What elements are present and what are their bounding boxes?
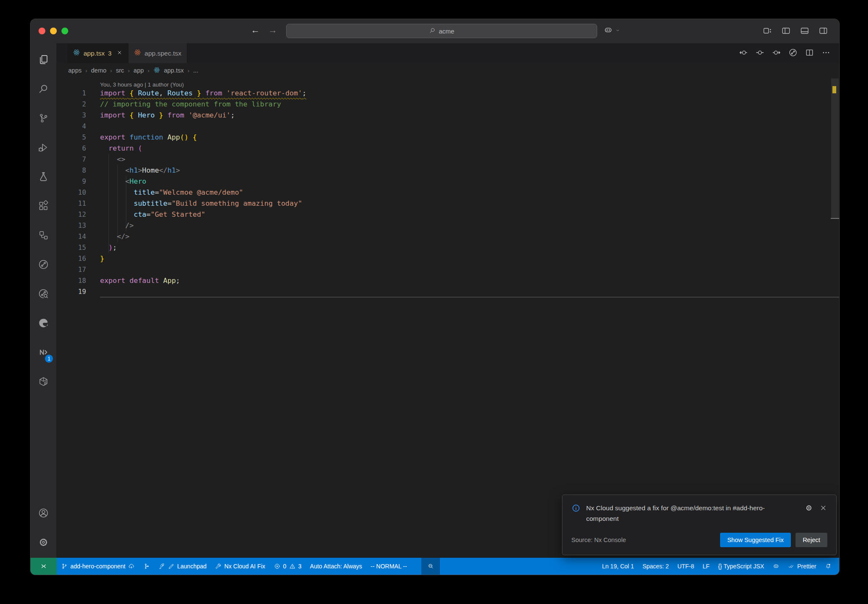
forward-arrow-icon[interactable]: → [268,25,277,35]
scrollbar[interactable] [831,78,839,558]
code-line[interactable]: 5export function App() { [56,132,839,143]
nav-forward-icon[interactable] [772,48,781,59]
nav-current-icon[interactable] [755,48,765,59]
status-item-zoom-indicator[interactable] [421,558,440,575]
toggle-secondary-sidebar-icon[interactable] [818,26,828,37]
close-window-button[interactable] [39,28,45,34]
code-line[interactable]: 19 [56,286,839,297]
tab-problem-count: 3 [108,50,111,57]
settings-icon [38,537,49,550]
activity-item-nx-graph[interactable] [31,251,56,280]
back-arrow-icon[interactable]: ← [251,25,260,35]
breadcrumb-file[interactable]: app.tsx [164,67,184,74]
code-line[interactable]: 12 cta="Get Started" [56,209,839,220]
status-text: 0 [283,563,287,570]
split-editor-icon[interactable] [805,48,814,59]
status-right-group: Ln 19, Col 1Spaces: 2UTF-8LF{} TypeScrip… [598,558,839,575]
code-line[interactable]: 10 title="Welcmoe @acme/demo" [56,187,839,198]
line-number: 18 [56,277,86,285]
breadcrumb-symbol[interactable]: ... [193,67,198,74]
code-line[interactable]: 16} [56,253,839,264]
nav-back-icon[interactable] [739,48,748,59]
toggle-panel-icon[interactable] [800,26,810,37]
line-number: 11 [56,200,86,207]
activity-item-settings[interactable] [31,528,56,558]
breadcrumb-item[interactable]: app [134,67,144,74]
activity-item-run-and-debug[interactable] [31,134,56,163]
activity-item-edge-browser[interactable] [31,309,56,338]
status-text: UTF-8 [677,563,694,570]
close-icon[interactable] [117,50,122,57]
rocket-icon [159,563,165,570]
tab-app-tsx[interactable]: app.tsx3 [67,43,128,63]
status-item-eol[interactable]: LF [698,558,714,575]
status-item-git-branch[interactable]: add-hero-component [57,558,139,575]
code-line[interactable]: 4 [56,121,839,132]
dblcheck-icon [788,563,795,570]
notification-close-icon[interactable] [819,504,827,514]
activity-item-source-control[interactable] [31,104,56,134]
accounts-icon [38,507,49,520]
references-icon [38,229,49,243]
code-line[interactable]: 3import { Hero } from '@acme/ui'; [56,110,839,121]
status-item-notifications-bell[interactable] [821,558,836,575]
status-item-auto-attach[interactable]: Auto Attach: Always [306,558,366,575]
run-target-icon[interactable] [788,48,798,59]
zoom-window-button[interactable] [61,28,68,34]
code-line[interactable]: 2// importing the component from the lib… [56,99,839,110]
code-line[interactable]: 18export default App; [56,275,839,286]
activity-item-container-tools[interactable] [31,368,56,397]
status-item-nx-cloud-ai-fix[interactable]: Nx Cloud AI Fix [211,558,269,575]
code-line[interactable]: 15 ); [56,242,839,253]
status-item-indentation[interactable]: Spaces: 2 [638,558,673,575]
activity-item-explorer[interactable] [31,46,56,75]
activity-item-extensions[interactable] [31,192,56,221]
nx-project-details-icon [38,288,49,301]
notification-settings-gear-icon[interactable] [805,504,813,514]
breadcrumb-item[interactable]: src [116,67,124,74]
copilot-menu[interactable] [604,25,621,36]
search-value: acme [439,28,454,35]
more-actions-icon[interactable] [821,48,831,59]
vscode-window: ← → acme 1 app.tsx3app.spec.tsx [30,19,840,575]
status-item-remote-window[interactable] [31,558,57,575]
activity-item-accounts[interactable] [31,499,56,528]
tab-app-spec-tsx[interactable]: app.spec.tsx [128,43,187,63]
code-line[interactable]: 13 /> [56,220,839,231]
status-item-language-mode[interactable]: {} TypeScript JSX [714,558,768,575]
code-line[interactable]: 9 <Hero [56,176,839,187]
status-item-source-control-graph[interactable] [139,558,154,575]
reject-button[interactable]: Reject [796,533,827,547]
status-item-problems[interactable]: 03 [270,558,306,575]
breadcrumb-item[interactable]: apps [68,67,81,74]
status-item-copilot-status[interactable] [768,558,784,575]
activity-item-nx-project-details[interactable] [31,280,56,309]
code-line[interactable]: 17 [56,264,839,275]
status-item-launchpad[interactable]: Launchpad [154,558,211,575]
status-item-cursor-position[interactable]: Ln 19, Col 1 [598,558,638,575]
command-center-search[interactable]: acme [286,24,597,38]
minimize-window-button[interactable] [50,28,57,34]
breadcrumb-item[interactable]: demo [91,67,106,74]
activity-item-search[interactable] [31,75,56,104]
code-editor[interactable]: You, 3 hours ago | 1 author (You) 1impor… [56,78,839,558]
code-line[interactable]: 1import { Route, Routes } from 'react-ro… [56,88,839,99]
status-item-encoding[interactable]: UTF-8 [673,558,698,575]
code-line[interactable]: 14 </> [56,231,839,242]
status-item-prettier[interactable]: Prettier [784,558,821,575]
status-text: add-hero-component [70,563,125,570]
customize-layout-icon[interactable] [762,26,772,37]
activity-item-testing[interactable] [31,163,56,192]
status-text: LF [703,563,709,570]
code-line[interactable]: 7 <> [56,154,839,165]
scrollbar-slider[interactable] [831,78,839,218]
code-line[interactable]: 8 <h1>Home</h1> [56,165,839,176]
show-suggested-fix-button[interactable]: Show Suggested Fix [720,533,791,547]
breadcrumb: apps›demo›src›app›app.tsx›... [56,63,839,78]
activity-item-references[interactable] [31,221,56,251]
status-item-vim-mode[interactable]: -- NORMAL -- [366,558,411,575]
code-line[interactable]: 6 return ( [56,143,839,154]
toggle-primary-sidebar-icon[interactable] [781,26,791,37]
code-line[interactable]: 11 subtitle="Build something amazing tod… [56,198,839,209]
activity-item-nx-console[interactable]: 1 [31,338,56,368]
